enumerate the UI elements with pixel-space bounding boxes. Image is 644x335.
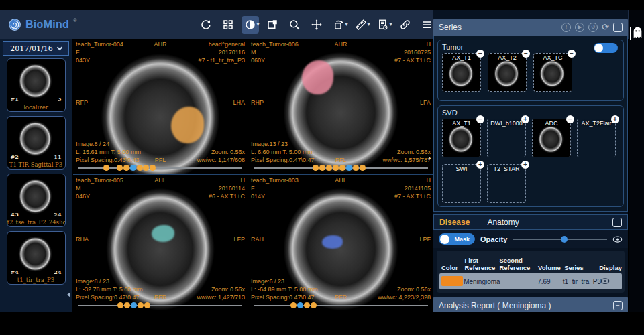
series-card-adc[interactable]: − ADC	[532, 119, 571, 157]
scrubber-dot[interactable]	[333, 165, 339, 171]
series-thumbnail-t1-axial[interactable]: #4 24 t1_tir_tra_P3	[7, 231, 66, 285]
tumor-toggle[interactable]	[594, 43, 618, 53]
series-thumbnail-t2-axial[interactable]: #3 24 t2_tse_tra_P2_24slice	[7, 174, 66, 227]
study-date-selector[interactable]: 2017/01/16	[3, 41, 69, 56]
remove-icon[interactable]: −	[476, 115, 484, 123]
eye-icon[interactable]	[600, 277, 610, 285]
scrubber-dot[interactable]	[311, 302, 317, 308]
scrubber-dot[interactable]	[130, 165, 136, 171]
orientation-marker-left: RHP	[251, 98, 264, 107]
opacity-label: Opacity	[480, 235, 507, 243]
analysis-report-title: Analysis Report ( Meningioma )	[439, 301, 613, 310]
zoom-search-icon[interactable]	[286, 16, 303, 34]
series-card-t2-star[interactable]: + T2_STAR	[487, 164, 526, 203]
series-card-ax-t1[interactable]: − AX_T1	[442, 53, 481, 92]
series-thumbnail-localizer[interactable]: #1 3 localizer	[7, 58, 66, 112]
scrubber-dot[interactable]	[360, 165, 366, 171]
refresh-icon[interactable]	[197, 16, 215, 34]
table-row[interactable]: Meningioma 7.69 t1_tir_tra_P3	[439, 273, 622, 289]
grid-layout-icon[interactable]	[219, 16, 237, 34]
scrubber-dot[interactable]	[138, 302, 144, 308]
panel-expand-chevron[interactable]: ›	[428, 153, 431, 163]
table-header: Color First Reference Second Reference V…	[439, 253, 622, 273]
tab-anatomy[interactable]: Anatomy	[487, 218, 519, 227]
slice-count: 24	[54, 211, 61, 218]
refresh-series-icon[interactable]: ⟳	[602, 23, 609, 31]
scrubber-dot[interactable]	[339, 165, 345, 171]
opacity-slider[interactable]	[513, 235, 607, 243]
add-icon[interactable]: +	[611, 115, 619, 123]
slice-scrubber[interactable]	[254, 302, 428, 309]
color-swatch	[441, 276, 463, 286]
sidebar-collapse-icon[interactable]	[67, 292, 70, 297]
orientation-marker-left: RAH	[251, 235, 264, 243]
scrubber-dot[interactable]	[290, 302, 297, 308]
biomind-swirl-icon	[8, 18, 21, 31]
col-series: Series	[564, 264, 599, 271]
series-card-swi[interactable]: + SWI	[442, 164, 481, 203]
series-thumbnail-t1-sagittal[interactable]: #2 11 T1 TIR Sagittal P3	[7, 116, 66, 170]
scrubber-dot[interactable]	[117, 302, 123, 308]
pan-move-icon[interactable]	[308, 16, 325, 34]
tumor-overlay	[171, 107, 204, 143]
scrubber-dot[interactable]	[103, 165, 109, 171]
series-card-ax-t2[interactable]: − AX_T2	[488, 53, 527, 92]
eye-icon[interactable]	[612, 235, 623, 243]
report-dropdown-caret[interactable]: ▾	[389, 21, 392, 27]
scrubber-dot[interactable]	[137, 165, 143, 171]
scrubber-dot[interactable]	[143, 165, 149, 171]
add-icon[interactable]: +	[521, 161, 529, 169]
viewport-top-right[interactable]: teach_Tumor-006M060Y AHR H20160725#7 - A…	[248, 39, 433, 174]
add-icon[interactable]: +	[521, 115, 529, 123]
scrubber-dot[interactable]	[319, 165, 325, 171]
collapse-disease-icon[interactable]: −	[612, 218, 622, 227]
scrubber-dot[interactable]	[131, 302, 137, 308]
zoom-window-info: Zoom: 0.56xww/wc: 1,147/608	[197, 148, 245, 164]
series-card-ax-t2flair[interactable]: + AX_T2Flair	[577, 119, 616, 157]
measure-dropdown-caret[interactable]: ▾	[367, 21, 370, 27]
remove-icon[interactable]: −	[476, 50, 484, 58]
swap-layout-icon[interactable]	[264, 16, 281, 34]
collapse-series-icon[interactable]: −	[613, 23, 623, 32]
status-icon[interactable]: !	[561, 23, 571, 32]
slice-scrubber[interactable]	[78, 302, 242, 309]
scrubber-dot[interactable]	[313, 165, 319, 171]
scrubber-dot[interactable]	[124, 302, 130, 308]
add-icon[interactable]: +	[476, 161, 484, 169]
scrubber-dot[interactable]	[326, 165, 332, 171]
viewport-top-left[interactable]: teach_Tumor-004F043Y AHR head^general201…	[73, 39, 248, 174]
scrubber-dot[interactable]	[144, 302, 150, 308]
rerun-icon[interactable]: ↺	[588, 23, 598, 32]
contrast-dropdown-caret[interactable]: ▾	[256, 21, 259, 27]
slice-scrubber[interactable]	[78, 165, 242, 172]
series-card-ax-tc[interactable]: − AX_TC	[533, 53, 572, 92]
series-card-svd-ax-t1[interactable]: − AX_T1	[442, 119, 481, 157]
slice-scrubber[interactable]	[254, 165, 428, 172]
link-icon[interactable]	[396, 16, 414, 34]
tab-disease[interactable]: Disease	[439, 218, 470, 227]
remove-icon[interactable]: −	[522, 50, 530, 58]
assistant-handle[interactable]	[630, 27, 631, 40]
slider-knob[interactable]	[561, 236, 568, 243]
viewport-bottom-left[interactable]: teach_Tumor-005M046Y AHL H20160114#6 - A…	[73, 175, 248, 312]
rotate-dropdown-caret[interactable]: ▾	[345, 21, 347, 27]
assistant-ghost-icon[interactable]	[633, 26, 643, 39]
remove-icon[interactable]: −	[568, 50, 576, 58]
collapse-analysis-icon[interactable]: −	[613, 301, 623, 310]
scrubber-dot[interactable]	[117, 165, 123, 171]
series-card-dwi-b1000[interactable]: + DWI_b1000	[487, 119, 526, 157]
scrubber-dot[interactable]	[304, 302, 310, 308]
scrubber-dot[interactable]	[297, 302, 303, 308]
scrubber-dot[interactable]	[150, 165, 156, 171]
scrubber-dot[interactable]	[123, 165, 129, 171]
card-label: SWI	[443, 165, 480, 172]
study-info: H20141105#7 - AX T1+C	[394, 176, 431, 200]
remove-icon[interactable]: −	[566, 115, 574, 123]
scrubber-dot[interactable]	[346, 165, 352, 171]
tumor-overlay	[152, 225, 174, 241]
mask-toggle[interactable]: Mask	[439, 233, 475, 245]
play-icon[interactable]: ▶	[575, 23, 584, 32]
viewport-bottom-right[interactable]: teach_Tumor-003F014Y AHL H20141105#7 - A…	[248, 175, 433, 312]
scrubber-dot[interactable]	[353, 165, 359, 171]
orientation-marker-right: LFP	[233, 235, 245, 243]
